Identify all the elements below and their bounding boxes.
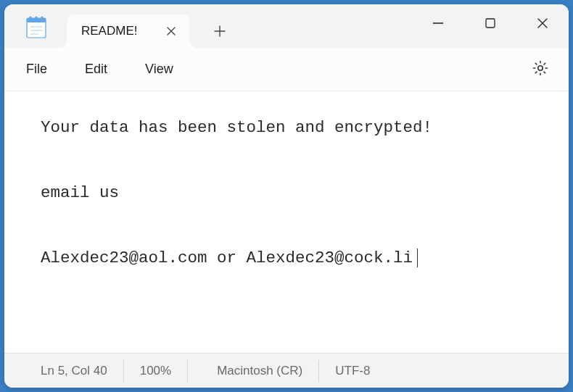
svg-rect-9 xyxy=(486,19,495,28)
content-line-1: Your data has been stolen and encrypted! xyxy=(41,118,432,137)
status-encoding[interactable]: UTF-8 xyxy=(319,360,386,382)
new-tab-button[interactable] xyxy=(203,14,236,48)
gear-icon xyxy=(532,59,549,80)
content-line-2: email us xyxy=(41,183,119,202)
status-line-ending[interactable]: Macintosh (CR) xyxy=(201,360,319,382)
tab-title: README! xyxy=(81,24,151,38)
close-window-button[interactable] xyxy=(516,4,569,42)
text-editor-area[interactable]: Your data has been stolen and encrypted!… xyxy=(4,91,569,353)
menu-edit[interactable]: Edit xyxy=(69,54,123,84)
text-caret xyxy=(417,249,418,267)
svg-rect-1 xyxy=(27,18,46,22)
tab-close-button[interactable] xyxy=(161,21,181,41)
content-line-3: Alexdec23@aol.com or Alexdec23@cock.li xyxy=(41,249,413,267)
window-controls xyxy=(412,4,569,42)
status-zoom[interactable]: 100% xyxy=(124,360,188,382)
svg-point-2 xyxy=(29,16,31,18)
titlebar: README! xyxy=(4,4,569,48)
menu-view[interactable]: View xyxy=(129,54,189,84)
status-cursor-position[interactable]: Ln 5, Col 40 xyxy=(22,360,124,382)
minimize-button[interactable] xyxy=(412,4,464,42)
menubar: File Edit View xyxy=(4,48,569,91)
document-tab[interactable]: README! xyxy=(67,14,190,48)
notepad-app-icon xyxy=(23,13,49,39)
maximize-button[interactable] xyxy=(464,4,516,42)
menu-file[interactable]: File xyxy=(10,54,63,84)
svg-point-4 xyxy=(41,16,43,18)
svg-point-10 xyxy=(538,65,543,70)
statusbar: Ln 5, Col 40 100% Macintosh (CR) UTF-8 xyxy=(4,353,569,388)
notepad-window: README! File Edit View xyxy=(4,4,569,388)
settings-button[interactable] xyxy=(525,54,556,85)
svg-point-3 xyxy=(35,16,37,18)
